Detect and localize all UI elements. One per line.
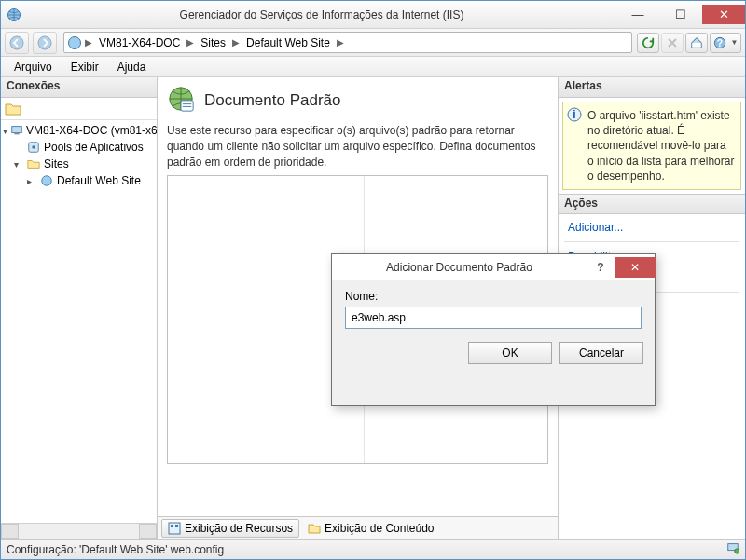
name-input[interactable] — [345, 307, 642, 329]
page-title-icon — [167, 85, 195, 116]
menu-help[interactable]: Ajuda — [110, 59, 154, 75]
dialog-titlebar: Adicionar Documento Padrão ? ✕ — [332, 254, 655, 280]
alert-message: O arquivo 'iisstart.htm' existe no diret… — [587, 109, 734, 183]
status-server-icon — [726, 541, 739, 557]
dialog-close-button[interactable]: ✕ — [615, 257, 656, 278]
content-view-label: Exibição de Conteúdo — [325, 522, 434, 535]
svg-point-3 — [69, 36, 81, 48]
titlebar: Gerenciador do Serviços de Informações d… — [1, 1, 745, 29]
menubar: Arquivo Exibir Ajuda — [1, 57, 745, 77]
svg-rect-15 — [175, 525, 178, 527]
breadcrumb-node[interactable]: VM81-X64-DOC — [95, 36, 184, 49]
tree-server-node[interactable]: ▾ VM81-X64-DOC (vm81-x64-doc\Admin) — [1, 122, 157, 139]
features-view-tab[interactable]: Exibição de Recursos — [161, 519, 299, 538]
home-icon — [690, 36, 703, 49]
center-inner: Documento Padrão Use este recurso para e… — [158, 77, 558, 516]
help-icon: ? — [713, 36, 726, 49]
alerts-body: i O arquivo 'iisstart.htm' existe no dir… — [562, 102, 741, 190]
expander-icon[interactable]: ▾ — [3, 126, 7, 136]
refresh-button[interactable] — [637, 33, 659, 53]
cancel-icon — [667, 37, 678, 48]
close-button[interactable]: ✕ — [702, 5, 745, 24]
center-panel: Documento Padrão Use este recurso para e… — [158, 77, 559, 539]
connections-toolbar — [1, 98, 157, 120]
window-title: Gerenciador do Serviços de Informações d… — [27, 8, 616, 21]
address-bar: ▶ VM81-X64-DOC ▶ Sites ▶ Default Web Sit… — [1, 29, 745, 57]
svg-text:i: i — [573, 108, 575, 121]
right-toolbar: ? ▼ — [637, 33, 741, 53]
svg-point-2 — [38, 36, 51, 49]
ok-button[interactable]: OK — [468, 342, 552, 364]
connections-panel: Conexões ▾ VM81-X64-DOC (vm81-x64-doc\Ad… — [1, 77, 158, 539]
breadcrumb-node[interactable]: Default Web Site — [242, 36, 334, 49]
page-description: Use este recurso para especificar o(s) a… — [167, 123, 540, 170]
actions-header: Ações — [559, 194, 745, 214]
tree-sites-label: Sites — [44, 157, 69, 171]
app-pools-icon — [26, 140, 41, 155]
breadcrumb[interactable]: ▶ VM81-X64-DOC ▶ Sites ▶ Default Web Sit… — [63, 32, 632, 53]
features-view-icon — [168, 522, 181, 535]
breadcrumb-sep-icon: ▶ — [185, 37, 196, 48]
svg-rect-13 — [169, 523, 180, 534]
cancel-button[interactable]: Cancelar — [560, 342, 643, 364]
breadcrumb-icon — [67, 35, 82, 50]
server-icon — [10, 123, 23, 138]
add-default-document-dialog: Adicionar Documento Padrão ? ✕ Nome: OK … — [331, 253, 656, 406]
expander-icon[interactable]: ▾ — [14, 159, 23, 170]
forward-button[interactable] — [33, 32, 57, 54]
home-button[interactable] — [685, 33, 708, 53]
svg-point-21 — [735, 549, 739, 553]
info-icon: i — [567, 107, 582, 122]
breadcrumb-sep-icon: ▶ — [230, 37, 242, 48]
status-config: Configuração: 'Default Web Site' web.con… — [7, 543, 224, 556]
minimize-button[interactable]: — — [616, 5, 659, 24]
connections-scrollbar-h[interactable] — [1, 523, 157, 539]
status-bar: Configuração: 'Default Web Site' web.con… — [1, 539, 745, 559]
breadcrumb-sep-icon: ▶ — [83, 37, 94, 48]
breadcrumb-sep-icon: ▶ — [335, 37, 346, 48]
name-label: Nome: — [345, 290, 642, 303]
back-button[interactable] — [5, 32, 29, 54]
svg-rect-14 — [171, 525, 173, 527]
app-icon — [1, 1, 27, 29]
tree-sites-node[interactable]: ▾ Sites — [1, 156, 157, 172]
chevron-down-icon: ▼ — [731, 38, 739, 47]
page-title-row: Documento Padrão — [167, 85, 548, 116]
folder-connect-icon[interactable] — [5, 101, 21, 117]
actions-separator — [564, 241, 739, 242]
menu-file[interactable]: Arquivo — [7, 59, 60, 75]
action-add[interactable]: Adicionar... — [564, 218, 739, 237]
maximize-button[interactable]: ☐ — [659, 5, 702, 24]
tree-default-site-label: Default Web Site — [57, 174, 141, 187]
dialog-body: Nome: — [332, 280, 655, 336]
window-buttons: — ☐ ✕ — [616, 5, 745, 24]
content-view-tab[interactable]: Exibição de Conteúdo — [301, 519, 440, 538]
svg-point-10 — [42, 176, 52, 186]
content-view-icon — [308, 522, 321, 535]
tree-app-pools-label: Pools de Aplicativos — [44, 141, 144, 154]
dialog-buttons: OK Cancelar — [332, 336, 655, 374]
site-globe-icon — [39, 173, 54, 188]
page-title: Documento Padrão — [204, 91, 340, 110]
features-view-label: Exibição de Recursos — [185, 522, 293, 535]
tree-default-site-node[interactable]: ▸ Default Web Site — [1, 172, 157, 189]
stop-button[interactable] — [661, 33, 684, 53]
body: Conexões ▾ VM81-X64-DOC (vm81-x64-doc\Ad… — [1, 77, 745, 539]
alerts-header: Alertas — [559, 77, 745, 98]
svg-point-1 — [10, 36, 23, 49]
connections-header: Conexões — [1, 77, 157, 98]
tree-server-label: VM81-X64-DOC (vm81-x64-doc\Admin) — [26, 124, 157, 137]
help-button[interactable]: ? ▼ — [710, 33, 741, 53]
refresh-icon — [642, 36, 655, 49]
view-tabs: Exibição de Recursos Exibição de Conteúd… — [158, 516, 558, 539]
svg-text:?: ? — [716, 36, 722, 48]
menu-view[interactable]: Exibir — [63, 59, 106, 75]
connections-tree[interactable]: ▾ VM81-X64-DOC (vm81-x64-doc\Admin) Pool… — [1, 120, 157, 523]
svg-rect-12 — [181, 101, 193, 111]
breadcrumb-node[interactable]: Sites — [197, 36, 229, 49]
svg-rect-7 — [14, 133, 19, 135]
sites-folder-icon — [26, 157, 41, 171]
dialog-help-button[interactable]: ? — [587, 257, 615, 278]
tree-app-pools-node[interactable]: Pools de Aplicativos — [1, 139, 157, 156]
expander-icon[interactable]: ▸ — [27, 176, 36, 186]
